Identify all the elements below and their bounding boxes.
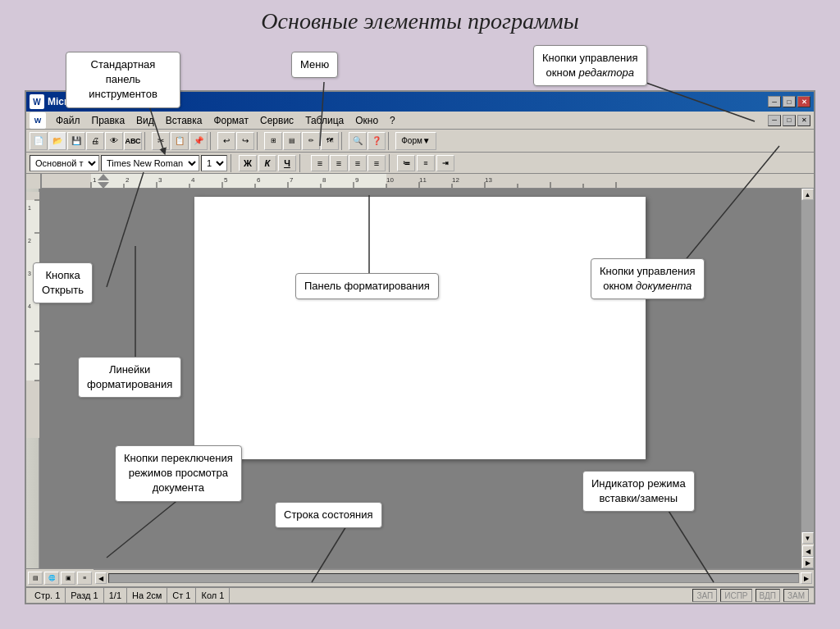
status-line: Ст 1 [167, 588, 196, 603]
callout-status: Строка состояния [275, 502, 382, 528]
menu-item-edit[interactable]: Правка [87, 113, 130, 128]
callout-rulers: Линейкиформатирования [78, 357, 181, 398]
menu-item-help[interactable]: ? [385, 113, 400, 128]
columns-button[interactable]: ▤ [283, 132, 301, 150]
callout-toolbar: Стандартная панель инструментов [66, 52, 180, 108]
help-button[interactable]: ❓ [368, 132, 386, 150]
mode-ispr: ИСПР [720, 589, 751, 602]
right-scrollbar: ▲ ▼ ◀ ▶ [801, 189, 814, 568]
maximize-button[interactable]: □ [783, 96, 796, 107]
prev-page-button[interactable]: ◀ [802, 545, 814, 557]
scroll-up-button[interactable]: ▲ [802, 189, 814, 200]
indent-button[interactable]: ⇥ [436, 155, 454, 171]
layout-view-button[interactable]: ▣ [61, 572, 75, 585]
view-buttons: ▤ 🌐 ▣ ≡ [26, 569, 94, 586]
status-page: Стр. 1 [30, 588, 66, 603]
undo-button[interactable]: ↩ [217, 132, 235, 150]
align-center-button[interactable]: ≡ [330, 155, 348, 171]
mode-zam: ЗАМ [783, 589, 809, 602]
svg-text:3: 3 [28, 271, 31, 276]
word-logo: W [30, 94, 44, 109]
print-button[interactable]: 🖨 [86, 132, 104, 150]
toolbar-sep5 [388, 132, 393, 150]
minimize-button[interactable]: ─ [768, 96, 781, 107]
style-select[interactable]: Основной текст [30, 155, 99, 171]
cut-button[interactable]: ✂ [152, 132, 170, 150]
zoom-button[interactable]: 🔍 [349, 132, 367, 150]
status-bar: Стр. 1 Разд 1 1/1 На 2см Ст 1 Кол 1 ЗАП … [26, 586, 814, 603]
new-button[interactable]: 📄 [30, 132, 48, 150]
standard-toolbar: 📄 📂 💾 🖨 👁 АВС ✂ 📋 📌 ↩ ↪ ⊞ ▤ ✏ 🗺 🔍 ❓ Форм… [26, 130, 814, 153]
hscroll-left-button[interactable]: ◀ [95, 572, 107, 584]
word-window: W Microsoft Word - Документ1 ─ □ ✕ W Фай… [25, 90, 815, 604]
menu-item-table[interactable]: Таблица [300, 113, 349, 128]
menu-item-window[interactable]: Окно [350, 113, 383, 128]
svg-text:2: 2 [126, 176, 130, 184]
scroll-down-button[interactable]: ▼ [802, 532, 814, 544]
svg-text:3: 3 [158, 176, 162, 184]
spellcheck-button[interactable]: АВС [124, 132, 142, 150]
svg-text:4: 4 [28, 303, 31, 309]
callout-view-modes: Кнопки переключениярежимов просмотрадоку… [115, 445, 242, 502]
callout-insert-mode: Индикатор режимавставки/замены [582, 471, 695, 512]
svg-text:7: 7 [290, 176, 294, 184]
preview-button[interactable]: 👁 [105, 132, 123, 150]
svg-text:12: 12 [452, 176, 459, 184]
status-section: Разд 1 [66, 588, 103, 603]
align-justify-button[interactable]: ≡ [368, 155, 386, 171]
status-col: Кол 1 [196, 588, 230, 603]
menu-item-file[interactable]: Файл [51, 113, 85, 128]
align-right-button[interactable]: ≡ [349, 155, 367, 171]
doc-close-button[interactable]: ✕ [797, 115, 810, 126]
format-sep2 [299, 154, 304, 172]
redo-button[interactable]: ↪ [236, 132, 254, 150]
web-view-button[interactable]: 🌐 [44, 572, 59, 585]
list-num-button[interactable]: ≔ [397, 155, 415, 171]
menu-item-format[interactable]: Формат [208, 113, 253, 128]
vertical-ruler: 1 2 3 4 [26, 189, 39, 568]
paste-button[interactable]: 📌 [189, 132, 208, 150]
svg-rect-1 [91, 174, 386, 188]
underline-button[interactable]: Ч [278, 155, 296, 171]
size-select[interactable]: 12 [201, 155, 227, 171]
next-page-button[interactable]: ▶ [802, 557, 814, 568]
font-select[interactable]: Times New Roman [101, 155, 199, 171]
close-button[interactable]: ✕ [797, 96, 810, 107]
italic-button[interactable]: К [258, 155, 276, 171]
bold-button[interactable]: Ж [239, 155, 257, 171]
mode-vdp: ВДП [756, 589, 780, 602]
forms-dropdown[interactable]: Форм▼ [395, 132, 436, 150]
ruler-corner [26, 174, 41, 189]
svg-text:9: 9 [355, 176, 359, 184]
doc-minimize-button[interactable]: ─ [768, 115, 781, 126]
menu-logo: W [30, 112, 46, 129]
scroll-track [801, 200, 814, 532]
page [194, 197, 646, 459]
normal-view-button[interactable]: ▤ [28, 572, 43, 585]
svg-text:8: 8 [322, 176, 326, 184]
toolbar-sep2 [210, 132, 215, 150]
ruler-area: 1 2 3 4 5 6 7 8 9 10 11 12 13 [26, 174, 814, 189]
status-position: На 2см [127, 588, 167, 603]
doc-maximize-button[interactable]: □ [783, 115, 796, 126]
align-left-button[interactable]: ≡ [311, 155, 329, 171]
format-sep3 [389, 154, 394, 172]
menu-item-tools[interactable]: Сервис [255, 113, 299, 128]
menu-item-view[interactable]: Вид [131, 113, 159, 128]
hscroll-right-button[interactable]: ▶ [801, 572, 812, 584]
callout-format-panel: Панель форматирования [295, 273, 439, 299]
horizontal-ruler: 1 2 3 4 5 6 7 8 9 10 11 12 13 [41, 174, 814, 188]
save-button[interactable]: 💾 [67, 132, 85, 150]
table-button[interactable]: ⊞ [264, 132, 282, 150]
svg-text:2: 2 [28, 238, 31, 244]
toolbar-sep3 [257, 132, 262, 150]
list-bul-button[interactable]: ≡ [417, 155, 435, 171]
copy-button[interactable]: 📋 [171, 132, 189, 150]
map-button[interactable]: 🗺 [321, 132, 339, 150]
outline-view-button[interactable]: ≡ [77, 572, 92, 585]
open-button[interactable]: 📂 [48, 132, 66, 150]
hscroll-track[interactable] [108, 573, 799, 583]
drawing-button[interactable]: ✏ [302, 132, 320, 150]
svg-text:11: 11 [419, 176, 427, 184]
menu-item-insert[interactable]: Вставка [161, 113, 208, 128]
